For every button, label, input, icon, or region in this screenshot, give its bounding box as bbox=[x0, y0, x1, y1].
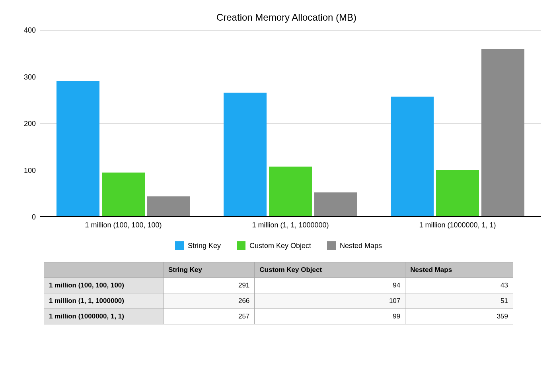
bar bbox=[314, 192, 357, 216]
table-row: 1 million (100, 100, 100)2919443 bbox=[44, 278, 513, 293]
legend-item: Custom Key Object bbox=[237, 241, 311, 250]
table-cell: 107 bbox=[255, 293, 405, 309]
table-row: 1 million (1000000, 1, 1)25799359 bbox=[44, 309, 513, 324]
data-table: String Key Custom Key Object Nested Maps… bbox=[44, 262, 513, 324]
x-tick-label: 1 million (100, 100, 100) bbox=[40, 217, 207, 229]
bar bbox=[269, 167, 312, 216]
x-tick-label: 1 million (1, 1, 1000000) bbox=[207, 217, 374, 229]
y-tick: 100 bbox=[24, 166, 36, 175]
table-cell: 51 bbox=[405, 293, 513, 309]
bar-groups bbox=[40, 30, 541, 216]
x-tick-label: 1 million (1000000, 1, 1) bbox=[374, 217, 541, 229]
bar bbox=[56, 81, 99, 216]
table-cell: 99 bbox=[255, 309, 405, 324]
legend-item: String Key bbox=[175, 241, 221, 250]
bar-group bbox=[207, 30, 374, 216]
table-cell: 257 bbox=[164, 309, 255, 324]
legend: String KeyCustom Key ObjectNested Maps bbox=[16, 241, 541, 250]
legend-label: String Key bbox=[188, 242, 221, 250]
legend-swatch bbox=[237, 241, 245, 250]
row-header: 1 million (100, 100, 100) bbox=[44, 278, 164, 293]
plot-area bbox=[40, 30, 541, 217]
bar bbox=[391, 97, 434, 216]
bar-group bbox=[374, 30, 541, 216]
table-row: 1 million (1, 1, 1000000)26610751 bbox=[44, 293, 513, 309]
chart-container: Creation Memory Allocation (MB) 01002003… bbox=[16, 12, 541, 324]
table-cell: 359 bbox=[405, 309, 513, 324]
bar bbox=[436, 170, 479, 216]
row-header: 1 million (1, 1, 1000000) bbox=[44, 293, 164, 309]
x-axis-labels: 1 million (100, 100, 100)1 million (1, 1… bbox=[40, 217, 541, 229]
bar bbox=[481, 49, 524, 216]
chart-title: Creation Memory Allocation (MB) bbox=[32, 12, 541, 23]
bar bbox=[147, 196, 190, 216]
row-header: 1 million (1000000, 1, 1) bbox=[44, 309, 164, 324]
table-cell: 291 bbox=[164, 278, 255, 293]
legend-label: Nested Maps bbox=[340, 242, 382, 250]
y-tick: 200 bbox=[24, 120, 36, 128]
y-axis: 0100200300400 bbox=[16, 30, 40, 217]
y-tick: 300 bbox=[24, 73, 36, 81]
table-corner bbox=[44, 262, 164, 278]
legend-label: Custom Key Object bbox=[249, 242, 311, 250]
bar bbox=[102, 173, 145, 216]
table-cell: 266 bbox=[164, 293, 255, 309]
y-tick: 400 bbox=[24, 26, 36, 35]
table-header: Custom Key Object bbox=[255, 262, 405, 278]
y-tick: 0 bbox=[32, 213, 36, 221]
table-header: String Key bbox=[164, 262, 255, 278]
table-header: Nested Maps bbox=[405, 262, 513, 278]
bar-group bbox=[40, 30, 207, 216]
legend-item: Nested Maps bbox=[327, 241, 382, 250]
plot: 0100200300400 bbox=[16, 30, 541, 217]
legend-swatch bbox=[175, 241, 184, 250]
table-cell: 43 bbox=[405, 278, 513, 293]
bar bbox=[224, 93, 267, 216]
table-cell: 94 bbox=[255, 278, 405, 293]
legend-swatch bbox=[327, 241, 336, 250]
